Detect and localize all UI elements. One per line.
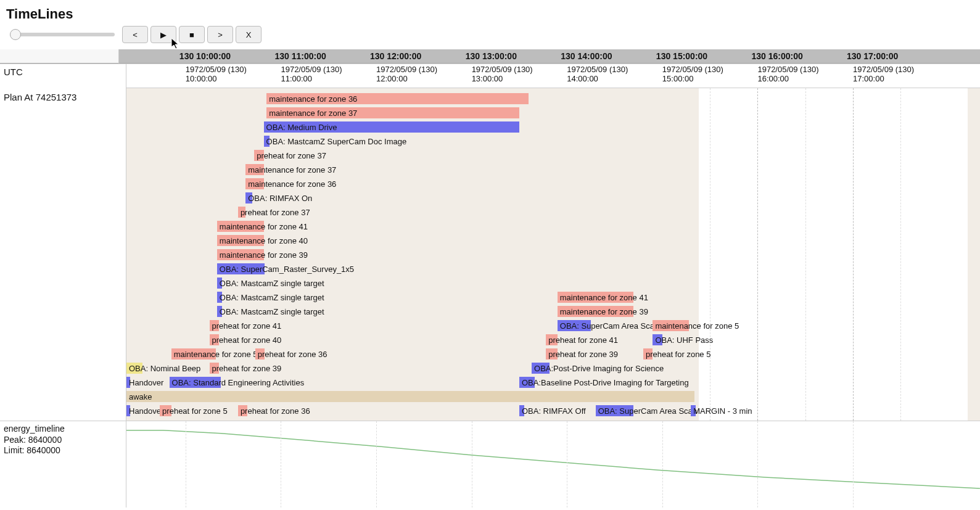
- plan-bar[interactable]: Handover: [126, 377, 130, 388]
- plan-bar[interactable]: OBA: SuperCam Area Scan: [558, 320, 591, 331]
- plan-bar[interactable]: maintenance for zone 40: [217, 235, 264, 246]
- plan-bar[interactable]: maintenance for zone 41: [217, 221, 264, 232]
- time-header-track[interactable]: 130 10:00:00130 11:00:00130 12:00:00130 …: [119, 49, 980, 64]
- gridline: [567, 421, 567, 508]
- plan-bar-label: maintenance for zone 37: [247, 165, 336, 175]
- utc-slot: 1972/05/09 (130)12:00:00: [376, 65, 437, 84]
- plan-bar-label: maintenance for zone 40: [218, 236, 308, 245]
- plan-bar-label: OBA: SuperCam Area Scan: [559, 321, 659, 331]
- gridline-minor: [900, 88, 901, 421]
- plan-bar-label: maintenance for zone 5: [173, 350, 258, 359]
- plan-bar[interactable]: OBA: MastcamZ single target: [217, 306, 222, 317]
- energy-label: energy_timeline: [4, 424, 122, 435]
- plan-bar[interactable]: preheat for zone 37: [254, 150, 263, 161]
- plan-bar-label: preheat for zone 37: [239, 208, 310, 217]
- plan-bar[interactable]: OBA: Nominal Beep: [126, 363, 142, 374]
- plan-bar[interactable]: preheat for zone 41: [546, 334, 558, 345]
- plan-bar-label: maintenance for zone 5: [654, 321, 739, 331]
- time-header-slot: 130 14:00:00: [559, 49, 612, 63]
- plan-bar[interactable]: OBA: Medium Drive: [264, 121, 519, 133]
- stop-button[interactable]: ■: [179, 26, 205, 43]
- plan-bar-label: OBA: MastcamZ SuperCam Doc Image: [265, 137, 407, 146]
- time-header-row: 130 10:00:00130 11:00:00130 12:00:00130 …: [0, 49, 980, 64]
- plan-bar-label: maintenance for zone 36: [268, 94, 357, 104]
- plan-bar[interactable]: preheat for zone 5: [643, 348, 653, 360]
- plan-bar[interactable]: MARGIN - 3 min: [691, 405, 696, 416]
- plan-bar-label: maintenance for zone 37: [268, 109, 357, 118]
- plan-bar-label: preheat for zone 37: [255, 151, 326, 160]
- plan-bar[interactable]: OBA:Baseline Post-Drive Imaging for Targ…: [519, 377, 535, 388]
- time-header-slot: 130 10:00:00: [178, 49, 231, 63]
- plan-bar-label: Handover: [128, 378, 163, 387]
- plan-bar[interactable]: preheat for zone 37: [238, 207, 245, 218]
- plan-bar-label: OBA:Baseline Post-Drive Imaging for Targ…: [521, 378, 689, 387]
- plan-bar[interactable]: OBA: SuperCam Area Scan: [596, 405, 634, 416]
- plan-bar-label: OBA: RIMFAX Off: [521, 406, 586, 416]
- plan-bar[interactable]: OBA: RIMFAX Off: [519, 405, 524, 416]
- prev-button[interactable]: <: [122, 26, 148, 43]
- plan-bar[interactable]: maintenance for zone 5: [171, 348, 216, 360]
- time-header-left: [0, 49, 119, 64]
- timeline-slider[interactable]: [10, 33, 115, 36]
- plan-bar-label: preheat for zone 5: [161, 406, 228, 416]
- plan-bar-label: OBA: Medium Drive: [265, 123, 337, 132]
- plan-bar[interactable]: OBA: MastcamZ single target: [217, 278, 222, 289]
- energy-chart: [126, 421, 980, 507]
- plan-bar[interactable]: maintenance for zone 36: [245, 178, 263, 189]
- plan-bar-label: awake: [128, 392, 152, 401]
- time-header-slot: 130 12:00:00: [369, 49, 421, 63]
- plan-bar-label: maintenance for zone 36: [247, 179, 336, 189]
- plan-bar-label: preheat for zone 41: [211, 321, 282, 331]
- next-button[interactable]: >: [207, 26, 233, 43]
- energy-track[interactable]: [126, 421, 980, 508]
- utc-slot: 1972/05/09 (130)15:00:00: [662, 65, 723, 84]
- plan-bar[interactable]: OBA: RIMFAX On: [245, 192, 252, 204]
- plan-bar[interactable]: preheat for zone 39: [546, 348, 558, 360]
- plan-bar-label: OBA: MastcamZ single target: [218, 307, 324, 316]
- plan-bar[interactable]: maintenance for zone 39: [217, 249, 264, 260]
- plan-bar-label: MARGIN - 3 min: [692, 406, 752, 416]
- plan-bar-label: OBA:Post-Drive Imaging for Science: [533, 364, 664, 373]
- utc-slot: 1972/05/09 (130)13:00:00: [472, 65, 533, 84]
- plan-bar[interactable]: preheat for zone 36: [255, 348, 265, 360]
- controls-row: < ▶ ■ > X: [0, 26, 980, 49]
- plan-bar[interactable]: maintenance for zone 41: [558, 292, 634, 303]
- plan-bar[interactable]: awake: [126, 391, 694, 402]
- plan-bar-label: maintenance for zone 39: [559, 307, 648, 316]
- plan-bar[interactable]: maintenance for zone 39: [558, 306, 634, 317]
- plan-bar[interactable]: OBA: UHF Pass: [653, 334, 662, 345]
- utc-track[interactable]: 1972/05/09 (130)10:00:001972/05/09 (130)…: [126, 64, 980, 88]
- plan-bar[interactable]: preheat for zone 39: [210, 363, 219, 374]
- plan-bar[interactable]: OBA: Standard Engineering Activities: [170, 377, 221, 388]
- plan-bar-label: preheat for zone 39: [547, 350, 618, 359]
- plan-bar[interactable]: maintenance for zone 37: [245, 164, 263, 175]
- gridline: [281, 421, 281, 508]
- plan-bar[interactable]: OBA: MastcamZ SuperCam Doc Image: [264, 136, 270, 147]
- plan-bar-label: OBA: MastcamZ single target: [218, 293, 324, 302]
- plan-bar[interactable]: preheat for zone 41: [210, 320, 219, 331]
- gridline: [662, 421, 663, 508]
- plan-bar-label: OBA: Standard Engineering Activities: [171, 378, 305, 387]
- plan-bar-label: preheat for zone 40: [211, 335, 282, 345]
- energy-limit: Limit: 8640000: [4, 445, 122, 456]
- plan-bar-label: OBA: SuperCam Area Scan: [597, 406, 697, 416]
- plan-bar[interactable]: OBA: SuperCam_Raster_Survey_1x5: [217, 263, 265, 274]
- gridline: [186, 421, 186, 508]
- plan-track[interactable]: maintenance for zone 36maintenance for z…: [126, 88, 980, 421]
- plan-bar[interactable]: Handover: [126, 405, 130, 416]
- time-header-slot: 130 15:00:00: [655, 49, 707, 63]
- plan-bar[interactable]: maintenance for zone 37: [266, 107, 519, 118]
- plan-bar[interactable]: preheat for zone 5: [160, 405, 171, 416]
- energy-peak: Peak: 8640000: [4, 435, 122, 446]
- plan-bar[interactable]: maintenance for zone 36: [266, 93, 529, 104]
- time-header-slot: 130 11:00:00: [273, 49, 326, 63]
- plan-bar-label: preheat for zone 36: [257, 350, 327, 359]
- plan-bar[interactable]: OBA: MastcamZ single target: [217, 292, 222, 303]
- plan-bar[interactable]: preheat for zone 40: [210, 334, 219, 345]
- play-button[interactable]: ▶: [150, 26, 176, 43]
- plan-bar-label: OBA: RIMFAX On: [247, 194, 312, 203]
- plan-bar[interactable]: maintenance for zone 5: [653, 320, 689, 331]
- plan-bar[interactable]: preheat for zone 36: [238, 405, 247, 416]
- plan-bar[interactable]: OBA:Post-Drive Imaging for Science: [532, 363, 550, 374]
- close-button[interactable]: X: [236, 26, 261, 43]
